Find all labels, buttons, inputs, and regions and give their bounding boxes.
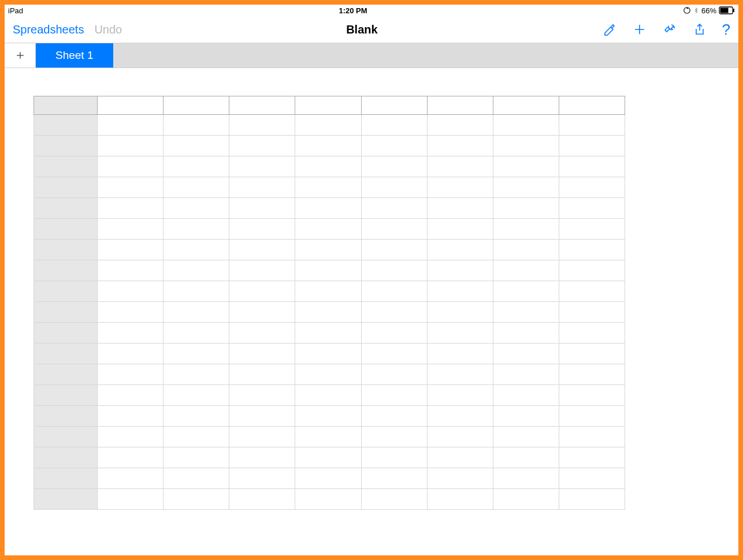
- column-header-cell[interactable]: [229, 96, 295, 115]
- grid-cell[interactable]: [559, 198, 625, 219]
- grid-cell[interactable]: [229, 219, 295, 240]
- row-header-cell[interactable]: [34, 489, 98, 510]
- grid-cell[interactable]: [427, 302, 493, 323]
- grid-cell[interactable]: [98, 240, 164, 260]
- grid-cell[interactable]: [164, 323, 229, 344]
- grid-cell[interactable]: [98, 156, 164, 177]
- grid-cell[interactable]: [229, 136, 295, 156]
- grid-cell[interactable]: [493, 489, 559, 510]
- grid-cell[interactable]: [559, 260, 625, 281]
- grid-cell[interactable]: [559, 385, 625, 406]
- grid-cell[interactable]: [493, 136, 559, 156]
- grid-cell[interactable]: [164, 489, 229, 510]
- column-header-cell[interactable]: [98, 96, 164, 115]
- grid-cell[interactable]: [295, 115, 361, 136]
- grid-cell[interactable]: [361, 364, 427, 385]
- grid-cell[interactable]: [229, 177, 295, 198]
- grid-cell[interactable]: [493, 447, 559, 468]
- grid-cell[interactable]: [427, 406, 493, 427]
- grid-cell[interactable]: [559, 406, 625, 427]
- row-header-cell[interactable]: [34, 136, 98, 156]
- grid-cell[interactable]: [164, 447, 229, 468]
- grid-cell[interactable]: [164, 136, 229, 156]
- column-header-cell[interactable]: [559, 96, 625, 115]
- grid-cell[interactable]: [361, 198, 427, 219]
- grid-cell[interactable]: [295, 468, 361, 489]
- grid-cell[interactable]: [493, 323, 559, 344]
- grid-cell[interactable]: [493, 115, 559, 136]
- grid-cell[interactable]: [164, 260, 229, 281]
- grid-cell[interactable]: [361, 323, 427, 344]
- grid-cell[interactable]: [493, 156, 559, 177]
- grid-cell[interactable]: [295, 302, 361, 323]
- column-header-cell[interactable]: [164, 96, 229, 115]
- grid-cell[interactable]: [229, 240, 295, 260]
- grid-cell[interactable]: [164, 302, 229, 323]
- grid-cell[interactable]: [164, 177, 229, 198]
- grid-cell[interactable]: [164, 156, 229, 177]
- row-header-cell[interactable]: [34, 427, 98, 447]
- grid-cell[interactable]: [559, 468, 625, 489]
- grid-cell[interactable]: [229, 260, 295, 281]
- grid-cell[interactable]: [164, 385, 229, 406]
- row-header-cell[interactable]: [34, 240, 98, 260]
- share-icon[interactable]: [692, 22, 707, 37]
- grid-cell[interactable]: [493, 177, 559, 198]
- grid-cell[interactable]: [559, 281, 625, 302]
- grid-cell[interactable]: [559, 302, 625, 323]
- grid-cell[interactable]: [559, 447, 625, 468]
- row-header-cell[interactable]: [34, 447, 98, 468]
- insert-plus-icon[interactable]: [632, 22, 647, 37]
- grid-cell[interactable]: [98, 198, 164, 219]
- grid-cell[interactable]: [164, 219, 229, 240]
- grid-cell[interactable]: [493, 281, 559, 302]
- grid-cell[interactable]: [361, 240, 427, 260]
- grid-cell[interactable]: [295, 240, 361, 260]
- grid-cell[interactable]: [361, 281, 427, 302]
- row-header-cell[interactable]: [34, 323, 98, 344]
- grid-cell[interactable]: [229, 385, 295, 406]
- grid-cell[interactable]: [229, 406, 295, 427]
- grid-cell[interactable]: [559, 156, 625, 177]
- grid-cell[interactable]: [361, 447, 427, 468]
- grid-cell[interactable]: [427, 240, 493, 260]
- grid-cell[interactable]: [295, 323, 361, 344]
- grid-cell[interactable]: [295, 281, 361, 302]
- grid-cell[interactable]: [98, 344, 164, 364]
- grid-cell[interactable]: [98, 281, 164, 302]
- grid-cell[interactable]: [98, 115, 164, 136]
- grid-cell[interactable]: [295, 385, 361, 406]
- grid-cell[interactable]: [229, 427, 295, 447]
- column-header-cell[interactable]: [493, 96, 559, 115]
- grid-cell[interactable]: [493, 468, 559, 489]
- grid-cell[interactable]: [493, 240, 559, 260]
- grid-cell[interactable]: [559, 219, 625, 240]
- grid-cell[interactable]: [493, 260, 559, 281]
- add-sheet-button[interactable]: [5, 43, 36, 68]
- grid-cell[interactable]: [559, 323, 625, 344]
- grid-cell[interactable]: [229, 115, 295, 136]
- grid-cell[interactable]: [427, 177, 493, 198]
- row-header-cell[interactable]: [34, 260, 98, 281]
- grid-cell[interactable]: [559, 489, 625, 510]
- grid-cell[interactable]: [295, 156, 361, 177]
- grid-cell[interactable]: [427, 115, 493, 136]
- grid-cell[interactable]: [361, 385, 427, 406]
- format-brush-icon[interactable]: [602, 22, 617, 37]
- column-header-cell[interactable]: [361, 96, 427, 115]
- grid-cell[interactable]: [229, 323, 295, 344]
- help-icon[interactable]: ?: [722, 21, 730, 39]
- row-header-cell[interactable]: [34, 156, 98, 177]
- grid-cell[interactable]: [559, 240, 625, 260]
- grid-cell[interactable]: [98, 427, 164, 447]
- grid-cell[interactable]: [427, 281, 493, 302]
- grid-cell[interactable]: [361, 219, 427, 240]
- grid-cell[interactable]: [98, 385, 164, 406]
- grid-cell[interactable]: [229, 281, 295, 302]
- grid-cell[interactable]: [229, 344, 295, 364]
- grid-cell[interactable]: [493, 302, 559, 323]
- grid-cell[interactable]: [427, 136, 493, 156]
- spreadsheet-grid[interactable]: [34, 96, 625, 510]
- row-header-cell[interactable]: [34, 468, 98, 489]
- grid-cell[interactable]: [295, 177, 361, 198]
